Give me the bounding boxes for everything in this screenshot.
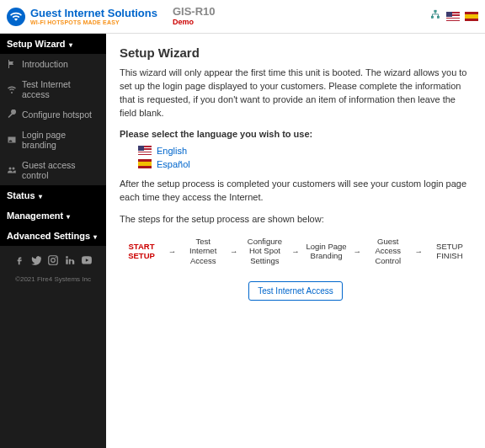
- language-list: English Español: [138, 146, 472, 169]
- arrow-right-icon: →: [168, 247, 177, 256]
- id-card-icon: [7, 135, 17, 145]
- sidebar-section-advanced[interactable]: Advanced Settings ▾: [0, 226, 106, 246]
- flow-step-2: Configure Hot Spot Settings: [242, 237, 286, 267]
- flag-es-icon: [138, 159, 152, 168]
- facebook-icon[interactable]: [13, 254, 25, 269]
- caret-down-icon: ▾: [67, 41, 72, 49]
- brand-main: Guest Internet Solutions: [30, 8, 157, 19]
- caret-down-icon: ▾: [65, 213, 70, 221]
- sidebar-item-configure-hotspot[interactable]: Configure hotspot: [0, 104, 106, 125]
- sidebar-item-label: Introduction: [22, 59, 68, 69]
- brand-logo: [7, 8, 25, 26]
- instagram-icon[interactable]: [47, 254, 59, 269]
- sidebar-item-label: Login page branding: [22, 130, 99, 150]
- page-title: Setup Wizard: [120, 45, 472, 60]
- arrow-right-icon: →: [415, 247, 424, 256]
- sidebar-item-label: Test Internet access: [22, 79, 99, 99]
- container: Setup Wizard ▾ Introduction Test Interne…: [0, 34, 485, 448]
- sidebar-section-label: Advanced Settings: [7, 231, 90, 241]
- svg-point-5: [56, 257, 56, 258]
- brand-sub: WI-FI HOTSPOTS MADE EASY: [30, 19, 157, 26]
- sidebar-item-login-branding[interactable]: Login page branding: [0, 125, 106, 155]
- svg-rect-0: [434, 10, 436, 12]
- sidebar-item-label: Guest access control: [22, 160, 99, 180]
- select-language-label: Please select the language you wish to u…: [120, 129, 472, 139]
- arrow-right-icon: →: [230, 247, 238, 256]
- wrench-icon: [7, 109, 17, 120]
- sidebar: Setup Wizard ▾ Introduction Test Interne…: [0, 34, 106, 448]
- flow-step-4: Guest Access Control: [366, 237, 410, 267]
- arrow-right-icon: →: [291, 247, 300, 256]
- svg-rect-2: [437, 16, 439, 18]
- arrow-right-icon: →: [353, 247, 361, 256]
- copyright: ©2021 Fire4 Systems Inc: [0, 275, 106, 283]
- svg-rect-1: [431, 16, 433, 18]
- language-link[interactable]: Español: [157, 159, 190, 169]
- action-wrap: Test Internet Access: [120, 281, 472, 301]
- linkedin-icon[interactable]: [64, 254, 76, 269]
- sidebar-section-management[interactable]: Management ▾: [0, 205, 106, 226]
- main-content: Setup Wizard This wizard will only appea…: [106, 34, 485, 448]
- sidebar-section-status[interactable]: Status ▾: [0, 185, 106, 205]
- sidebar-item-introduction[interactable]: Introduction: [0, 54, 106, 74]
- sidebar-section-label: Setup Wizard: [7, 39, 66, 49]
- header-right: [429, 9, 478, 24]
- flow-finish: SETUP FINISH: [428, 242, 472, 262]
- model-block: GIS-R10 Demo: [173, 6, 216, 26]
- header: Guest Internet Solutions WI-FI HOTSPOTS …: [0, 0, 485, 34]
- youtube-icon[interactable]: [81, 254, 93, 269]
- sidebar-section-setup-wizard[interactable]: Setup Wizard ▾: [0, 34, 106, 54]
- sidebar-section-label: Status: [7, 190, 35, 200]
- network-icon[interactable]: [429, 9, 441, 24]
- flag-us-icon[interactable]: [446, 12, 460, 21]
- users-icon: [7, 165, 17, 175]
- intro-paragraph: This wizard will only appear the first t…: [120, 67, 472, 120]
- test-internet-access-button[interactable]: Test Internet Access: [248, 281, 343, 301]
- steps-intro: The steps for the setup process are show…: [120, 213, 472, 227]
- language-option-spanish[interactable]: Español: [138, 159, 472, 169]
- sidebar-item-guest-access[interactable]: Guest access control: [0, 155, 106, 185]
- social-icons: [0, 254, 106, 269]
- language-option-english[interactable]: English: [138, 146, 472, 156]
- flag-us-icon: [138, 146, 152, 155]
- flow-step-3: Login Page Branding: [305, 242, 349, 262]
- model-name: GIS-R10: [173, 6, 216, 18]
- twitter-icon[interactable]: [30, 254, 42, 269]
- setup-flow: START SETUP → Test Internet Access → Con…: [120, 237, 472, 267]
- wifi-icon: [7, 84, 17, 94]
- flow-step-1: Test Internet Access: [181, 237, 225, 267]
- caret-down-icon: ▾: [37, 193, 42, 200]
- flow-start: START SETUP: [120, 242, 163, 262]
- flag-icon: [7, 59, 17, 69]
- svg-point-4: [51, 259, 56, 263]
- flag-es-icon[interactable]: [465, 12, 478, 21]
- sidebar-section-label: Management: [7, 211, 63, 221]
- language-link[interactable]: English: [157, 146, 187, 156]
- model-demo: Demo: [173, 19, 216, 27]
- sidebar-item-test-internet[interactable]: Test Internet access: [0, 74, 106, 104]
- after-setup-paragraph: After the setup process is completed you…: [120, 178, 472, 205]
- caret-down-icon: ▾: [92, 233, 97, 241]
- brand-text: Guest Internet Solutions WI-FI HOTSPOTS …: [30, 8, 157, 26]
- sidebar-item-label: Configure hotspot: [22, 109, 92, 120]
